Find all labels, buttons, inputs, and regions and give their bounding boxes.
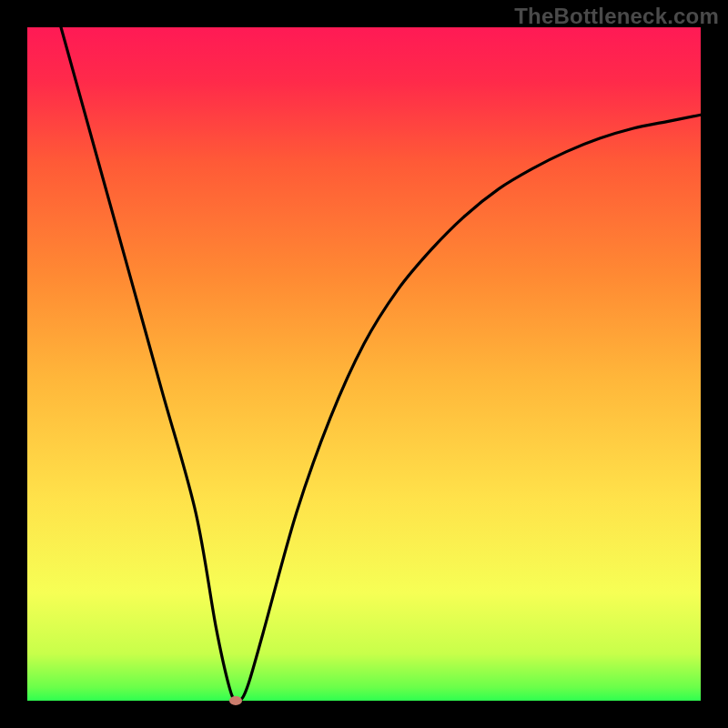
plot-area bbox=[27, 27, 701, 701]
optimal-point-marker bbox=[229, 696, 242, 705]
chart-frame: TheBottleneck.com bbox=[0, 0, 728, 728]
bottleneck-curve bbox=[61, 27, 701, 701]
watermark-text: TheBottleneck.com bbox=[514, 4, 719, 29]
curve-svg bbox=[27, 27, 701, 701]
